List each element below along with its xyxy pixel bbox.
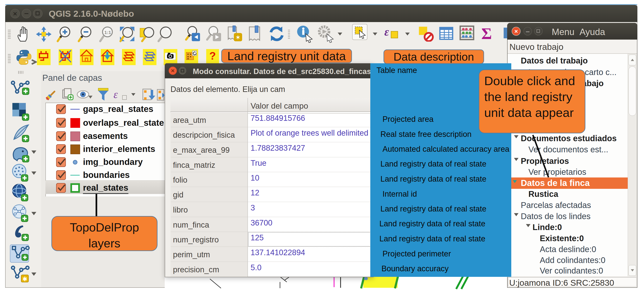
svg-text:✱: ✱ [22, 276, 28, 282]
svg-text:ε: ε [384, 25, 389, 38]
svg-text:✶: ✶ [235, 34, 241, 41]
svg-text:1:1: 1:1 [104, 30, 111, 35]
